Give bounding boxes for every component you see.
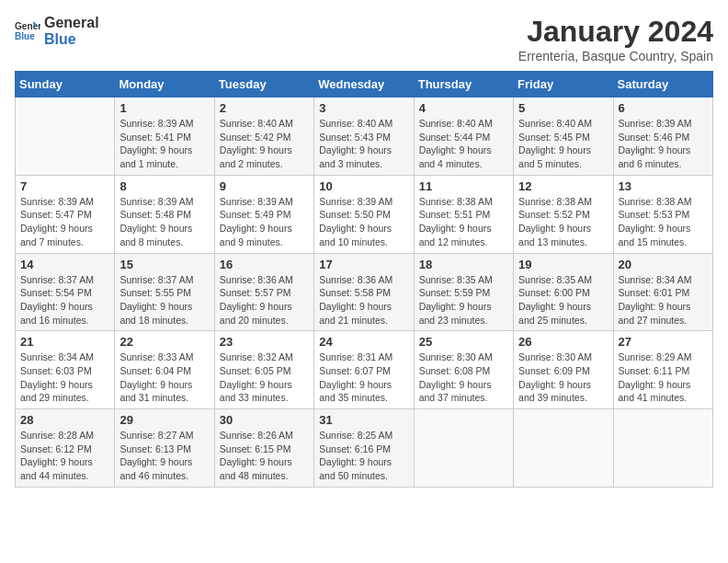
day-info: Sunrise: 8:28 AMSunset: 6:12 PMDaylight:…: [20, 429, 109, 483]
day-number: 5: [518, 101, 608, 115]
calendar-cell: 1Sunrise: 8:39 AMSunset: 5:41 PMDaylight…: [115, 98, 214, 176]
day-info: Sunrise: 8:39 AMSunset: 5:49 PMDaylight:…: [220, 195, 309, 249]
calendar-week-row: 14Sunrise: 8:37 AMSunset: 5:54 PMDayligh…: [16, 253, 713, 331]
calendar-cell: 4Sunrise: 8:40 AMSunset: 5:44 PMDaylight…: [414, 98, 513, 176]
day-info: Sunrise: 8:38 AMSunset: 5:52 PMDaylight:…: [518, 195, 608, 249]
weekday-header-cell: Wednesday: [314, 72, 414, 98]
day-number: 9: [220, 179, 309, 193]
day-number: 15: [119, 258, 209, 271]
calendar-cell: 17Sunrise: 8:36 AMSunset: 5:58 PMDayligh…: [314, 253, 414, 331]
day-number: 13: [619, 179, 708, 193]
day-info: Sunrise: 8:35 AMSunset: 6:00 PMDaylight:…: [518, 273, 608, 327]
day-number: 21: [20, 335, 109, 349]
calendar-week-row: 1Sunrise: 8:39 AMSunset: 5:41 PMDaylight…: [16, 98, 713, 176]
day-number: 6: [619, 101, 708, 115]
day-number: 1: [119, 101, 209, 115]
weekday-header-cell: Thursday: [414, 72, 513, 98]
day-number: 20: [619, 258, 708, 271]
calendar-cell: 19Sunrise: 8:35 AMSunset: 6:00 PMDayligh…: [514, 253, 613, 331]
day-info: Sunrise: 8:32 AMSunset: 6:05 PMDaylight:…: [220, 350, 309, 405]
day-number: 10: [319, 179, 408, 193]
calendar-cell: 25Sunrise: 8:30 AMSunset: 6:08 PMDayligh…: [414, 331, 513, 409]
calendar-cell: 15Sunrise: 8:37 AMSunset: 5:55 PMDayligh…: [115, 253, 214, 331]
day-info: Sunrise: 8:39 AMSunset: 5:46 PMDaylight:…: [619, 117, 708, 171]
day-info: Sunrise: 8:29 AMSunset: 6:11 PMDaylight:…: [619, 350, 708, 405]
calendar-title: January 2024: [518, 15, 713, 49]
calendar-week-row: 21Sunrise: 8:34 AMSunset: 6:03 PMDayligh…: [16, 331, 713, 409]
calendar-cell: 13Sunrise: 8:38 AMSunset: 5:53 PMDayligh…: [613, 175, 712, 253]
calendar-cell: 29Sunrise: 8:27 AMSunset: 6:13 PMDayligh…: [115, 409, 214, 488]
day-info: Sunrise: 8:36 AMSunset: 5:58 PMDaylight:…: [319, 273, 408, 327]
day-number: 31: [319, 413, 408, 427]
day-number: 19: [518, 258, 608, 271]
calendar-cell: 7Sunrise: 8:39 AMSunset: 5:47 PMDaylight…: [16, 175, 115, 253]
day-number: 8: [119, 179, 209, 193]
day-info: Sunrise: 8:40 AMSunset: 5:45 PMDaylight:…: [518, 117, 608, 171]
calendar-week-row: 28Sunrise: 8:28 AMSunset: 6:12 PMDayligh…: [16, 409, 713, 488]
day-info: Sunrise: 8:38 AMSunset: 5:51 PMDaylight:…: [419, 195, 508, 249]
calendar-cell: 30Sunrise: 8:26 AMSunset: 6:15 PMDayligh…: [214, 409, 313, 488]
calendar-body: 1Sunrise: 8:39 AMSunset: 5:41 PMDaylight…: [16, 98, 713, 488]
calendar-cell: 23Sunrise: 8:32 AMSunset: 6:05 PMDayligh…: [214, 331, 313, 409]
day-info: Sunrise: 8:33 AMSunset: 6:04 PMDaylight:…: [119, 350, 209, 405]
calendar-week-row: 7Sunrise: 8:39 AMSunset: 5:47 PMDaylight…: [16, 175, 713, 253]
day-info: Sunrise: 8:30 AMSunset: 6:08 PMDaylight:…: [419, 350, 508, 405]
calendar-cell: [514, 409, 613, 488]
day-number: 2: [220, 101, 309, 115]
day-number: 25: [419, 335, 508, 349]
title-area: January 2024 Errenteria, Basque Country,…: [518, 15, 713, 63]
calendar-cell: 18Sunrise: 8:35 AMSunset: 5:59 PMDayligh…: [414, 253, 513, 331]
day-info: Sunrise: 8:34 AMSunset: 6:03 PMDaylight:…: [20, 350, 109, 405]
day-number: 29: [119, 413, 209, 427]
weekday-header-cell: Monday: [115, 72, 214, 98]
calendar-cell: 28Sunrise: 8:28 AMSunset: 6:12 PMDayligh…: [16, 409, 115, 488]
calendar-cell: [613, 409, 712, 488]
day-info: Sunrise: 8:38 AMSunset: 5:53 PMDaylight:…: [619, 195, 708, 249]
weekday-header-cell: Saturday: [613, 72, 712, 98]
calendar-cell: [414, 409, 513, 488]
logo-text-general: General: [44, 15, 99, 31]
day-info: Sunrise: 8:40 AMSunset: 5:42 PMDaylight:…: [220, 117, 309, 171]
logo-text-blue: Blue: [44, 31, 99, 48]
day-number: 17: [319, 258, 408, 271]
svg-text:Blue: Blue: [15, 31, 35, 41]
calendar-cell: 10Sunrise: 8:39 AMSunset: 5:50 PMDayligh…: [314, 175, 414, 253]
day-info: Sunrise: 8:39 AMSunset: 5:41 PMDaylight:…: [119, 117, 209, 171]
day-number: 24: [319, 335, 408, 349]
day-number: 30: [220, 413, 309, 427]
calendar-cell: 11Sunrise: 8:38 AMSunset: 5:51 PMDayligh…: [414, 175, 513, 253]
day-info: Sunrise: 8:36 AMSunset: 5:57 PMDaylight:…: [220, 273, 309, 327]
header: General Blue General Blue January 2024 E…: [15, 15, 713, 63]
logo: General Blue General Blue: [15, 15, 99, 47]
weekday-header-cell: Tuesday: [214, 72, 313, 98]
calendar-cell: 21Sunrise: 8:34 AMSunset: 6:03 PMDayligh…: [16, 331, 115, 409]
day-number: 23: [220, 335, 309, 349]
day-number: 16: [220, 258, 309, 271]
calendar-cell: 2Sunrise: 8:40 AMSunset: 5:42 PMDaylight…: [214, 98, 313, 176]
day-number: 7: [20, 179, 109, 193]
day-info: Sunrise: 8:27 AMSunset: 6:13 PMDaylight:…: [119, 429, 209, 483]
day-number: 14: [20, 258, 109, 271]
day-info: Sunrise: 8:34 AMSunset: 6:01 PMDaylight:…: [619, 273, 708, 327]
day-number: 3: [319, 101, 408, 115]
day-info: Sunrise: 8:39 AMSunset: 5:47 PMDaylight:…: [20, 195, 109, 249]
calendar-table: SundayMondayTuesdayWednesdayThursdayFrid…: [15, 71, 713, 488]
day-number: 12: [518, 179, 608, 193]
calendar-cell: 31Sunrise: 8:25 AMSunset: 6:16 PMDayligh…: [314, 409, 414, 488]
calendar-cell: 8Sunrise: 8:39 AMSunset: 5:48 PMDaylight…: [115, 175, 214, 253]
day-info: Sunrise: 8:37 AMSunset: 5:55 PMDaylight:…: [119, 273, 209, 327]
day-info: Sunrise: 8:30 AMSunset: 6:09 PMDaylight:…: [518, 350, 608, 405]
day-number: 26: [518, 335, 608, 349]
calendar-subtitle: Errenteria, Basque Country, Spain: [518, 49, 713, 63]
day-info: Sunrise: 8:35 AMSunset: 5:59 PMDaylight:…: [419, 273, 508, 327]
day-info: Sunrise: 8:39 AMSunset: 5:50 PMDaylight:…: [319, 195, 408, 249]
calendar-cell: 24Sunrise: 8:31 AMSunset: 6:07 PMDayligh…: [314, 331, 414, 409]
weekday-header-cell: Sunday: [16, 72, 115, 98]
day-number: 28: [20, 413, 109, 427]
calendar-cell: 12Sunrise: 8:38 AMSunset: 5:52 PMDayligh…: [514, 175, 613, 253]
calendar-cell: 16Sunrise: 8:36 AMSunset: 5:57 PMDayligh…: [214, 253, 313, 331]
day-info: Sunrise: 8:40 AMSunset: 5:43 PMDaylight:…: [319, 117, 408, 171]
calendar-cell: 20Sunrise: 8:34 AMSunset: 6:01 PMDayligh…: [613, 253, 712, 331]
weekday-header-cell: Friday: [514, 72, 613, 98]
calendar-cell: 3Sunrise: 8:40 AMSunset: 5:43 PMDaylight…: [314, 98, 414, 176]
